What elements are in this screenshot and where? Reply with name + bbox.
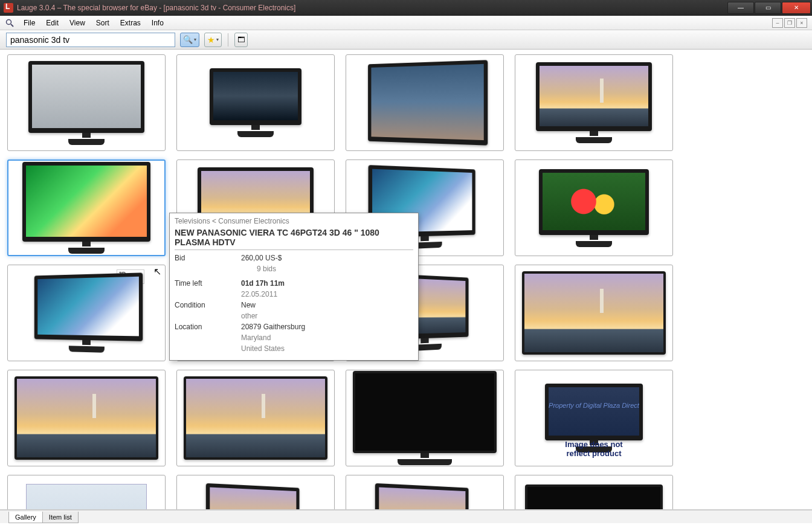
- time-label: Time left: [175, 278, 213, 289]
- location-region: Maryland: [241, 332, 305, 343]
- search-mode-button[interactable]: 🔍▾: [180, 33, 199, 47]
- toolbar: 🔍▾ ★▾ 🗔: [0, 30, 812, 50]
- popup-title: NEW PANASONIC VIERA TC 46PGT24 3D 46 " 1…: [175, 228, 413, 250]
- window-title: Lauge 3.0.4 – The special browser for eB…: [17, 4, 727, 12]
- maximize-button[interactable]: ▭: [755, 2, 781, 14]
- menu-bar: File Edit View Sort Extras Info – ❐ ×: [0, 16, 812, 30]
- menu-extras[interactable]: Extras: [115, 17, 146, 29]
- app-icon: [4, 3, 13, 13]
- bid-count: 9 bids: [241, 263, 305, 274]
- item-details-popup: Televisions < Consumer Electronics NEW P…: [169, 213, 419, 361]
- item-card[interactable]: [515, 54, 673, 151]
- menu-view[interactable]: View: [64, 17, 91, 29]
- mdi-restore-button[interactable]: ❐: [784, 18, 795, 28]
- item-card[interactable]: [7, 475, 166, 509]
- toolbar-separator: [228, 33, 228, 47]
- item-card[interactable]: [176, 370, 335, 466]
- search-icon: [5, 18, 14, 28]
- condition-label: Condition: [175, 300, 213, 311]
- svg-line-1: [11, 24, 13, 27]
- location-country: United States: [241, 343, 305, 354]
- view-tabs: Gallery Item list: [0, 510, 812, 523]
- menu-edit[interactable]: Edit: [40, 17, 64, 29]
- browser-button[interactable]: 🗔: [234, 33, 248, 47]
- magnifier-icon: 🔍: [183, 35, 193, 44]
- chevron-down-icon: ▾: [216, 37, 219, 42]
- condition-sub: other: [241, 311, 305, 321]
- noimage-text: Image does notreflect product: [527, 440, 660, 458]
- item-card[interactable]: [176, 475, 335, 509]
- item-card[interactable]: [346, 54, 504, 151]
- item-card[interactable]: [515, 159, 673, 256]
- time-date: 22.05.2011: [241, 289, 305, 300]
- menu-file[interactable]: File: [18, 17, 40, 29]
- item-card[interactable]: [7, 54, 166, 151]
- mdi-minimize-button[interactable]: –: [772, 18, 783, 28]
- menu-sort[interactable]: Sort: [91, 17, 115, 29]
- item-card[interactable]: [176, 54, 335, 151]
- star-icon: ★: [207, 35, 215, 45]
- globe-icon: 🗔: [237, 36, 245, 44]
- item-card[interactable]: [7, 370, 166, 466]
- watermark-text: Property of Digital Plaza Direct: [549, 402, 639, 409]
- search-input[interactable]: [6, 33, 175, 47]
- item-card-noimage[interactable]: Property of Digital Plaza Direct Image d…: [515, 370, 673, 466]
- item-card[interactable]: 3DFULL HD: [7, 265, 166, 361]
- chevron-down-icon: ▾: [194, 37, 196, 42]
- svg-point-0: [7, 19, 11, 24]
- favorites-button[interactable]: ★▾: [204, 33, 222, 47]
- condition-value: New: [241, 300, 305, 311]
- breadcrumb: Televisions < Consumer Electronics: [175, 217, 413, 225]
- tab-itemlist[interactable]: Item list: [42, 512, 79, 523]
- mdi-close-button[interactable]: ×: [796, 18, 807, 28]
- bid-label: Bid: [175, 253, 213, 263]
- bid-value: 260,00 US-$: [241, 253, 305, 263]
- minimize-button[interactable]: —: [727, 2, 754, 14]
- close-button[interactable]: ✕: [782, 2, 811, 14]
- tab-gallery[interactable]: Gallery: [8, 512, 43, 523]
- item-card[interactable]: [346, 475, 504, 509]
- time-value: 01d 17h 11m: [241, 279, 285, 288]
- menu-info[interactable]: Info: [146, 17, 169, 29]
- location-value: 20879 Gaithersburg: [241, 321, 305, 332]
- content-area: 3DFULL HD Property of Digital Plaza Dire…: [0, 50, 812, 510]
- item-card[interactable]: [346, 370, 504, 466]
- item-card[interactable]: [515, 475, 673, 509]
- item-card[interactable]: [515, 265, 673, 361]
- window-titlebar: Lauge 3.0.4 – The special browser for eB…: [0, 0, 812, 16]
- location-label: Location: [175, 321, 213, 332]
- details-table: Bid 260,00 US-$ 9 bids Time left 01d 17h…: [175, 253, 305, 354]
- item-card-selected[interactable]: [7, 159, 166, 256]
